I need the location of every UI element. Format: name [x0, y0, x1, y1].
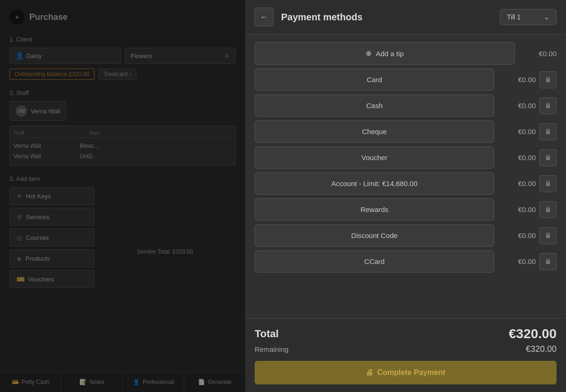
- back-button[interactable]: ←: [255, 8, 274, 26]
- card-button[interactable]: Card: [255, 68, 494, 91]
- calculator-icon: 🖩: [545, 232, 551, 239]
- cheque-row: Cheque €0.00 🖩: [255, 120, 557, 143]
- account-button[interactable]: Account - Limit: €14,680.00: [255, 172, 494, 195]
- add-tip-label: Add a tip: [376, 50, 403, 58]
- voucher-button[interactable]: Voucher: [255, 146, 494, 169]
- account-amount: €0.00: [498, 179, 536, 187]
- calculator-icon: 🖩: [545, 102, 551, 110]
- payment-methods-list: ⊕ Add a tip €0.00 Card €0.00 🖩 Cash €0.0…: [245, 34, 566, 318]
- discount-code-button[interactable]: Discount Code: [255, 224, 494, 247]
- cash-action-button[interactable]: 🖩: [540, 97, 557, 114]
- voucher-row: Voucher €0.00 🖩: [255, 146, 557, 169]
- chevron-down-icon: ⌄: [544, 13, 549, 21]
- till-value: Till 1: [507, 13, 521, 21]
- add-tip-row: ⊕ Add a tip €0.00: [255, 42, 557, 65]
- cheque-action-button[interactable]: 🖩: [540, 123, 557, 140]
- discount-code-amount: €0.00: [498, 231, 536, 239]
- total-label: Total: [255, 328, 279, 340]
- remaining-amount: €320.00: [526, 344, 557, 354]
- ccard-button[interactable]: CCard: [255, 250, 494, 273]
- calculator-icon: 🖩: [545, 206, 551, 213]
- rewards-row: Rewards €0.00 🖩: [255, 198, 557, 221]
- payment-title: Payment methods: [281, 12, 492, 23]
- payment-panel: ← Payment methods Till 1 ⌄ ⊕ Add a tip €…: [245, 0, 566, 392]
- discount-code-row: Discount Code €0.00 🖩: [255, 224, 557, 247]
- left-panel: ● Purchase 1. Client 👤 Daisy Flowers ✕ O…: [0, 0, 245, 392]
- rewards-amount: €0.00: [498, 205, 536, 213]
- ccard-row: CCard €0.00 🖩: [255, 250, 557, 273]
- till-selector[interactable]: Till 1 ⌄: [500, 9, 557, 25]
- calculator-icon: 🖩: [545, 76, 551, 84]
- voucher-action-button[interactable]: 🖩: [540, 149, 557, 166]
- rewards-button[interactable]: Rewards: [255, 198, 494, 221]
- add-tip-icon: ⊕: [366, 49, 372, 58]
- back-icon: ←: [260, 13, 268, 21]
- discount-code-action-button[interactable]: 🖩: [540, 227, 557, 244]
- card-action-button[interactable]: 🖩: [540, 71, 557, 88]
- card-amount: €0.00: [498, 76, 536, 84]
- account-row: Account - Limit: €14,680.00 €0.00 🖩: [255, 172, 557, 195]
- payment-header: ← Payment methods Till 1 ⌄: [245, 0, 566, 34]
- ccard-amount: €0.00: [498, 257, 536, 265]
- printer-icon: 🖨: [366, 368, 373, 377]
- cash-button[interactable]: Cash: [255, 94, 494, 117]
- complete-payment-button[interactable]: 🖨 Complete Payment: [255, 361, 557, 384]
- tip-amount: €0.00: [519, 50, 557, 58]
- payment-footer: Total €320.00 Remaining €320.00 🖨 Comple…: [245, 318, 566, 392]
- add-tip-button[interactable]: ⊕ Add a tip: [255, 42, 515, 65]
- calculator-icon: 🖩: [545, 154, 551, 162]
- calculator-icon: 🖩: [545, 180, 551, 187]
- complete-payment-label: Complete Payment: [377, 368, 445, 377]
- remaining-row: Remaining €320.00: [255, 344, 557, 354]
- account-action-button[interactable]: 🖩: [540, 175, 557, 192]
- calculator-icon: 🖩: [545, 128, 551, 136]
- cheque-amount: €0.00: [498, 128, 536, 136]
- ccard-action-button[interactable]: 🖩: [540, 253, 557, 270]
- voucher-amount: €0.00: [498, 153, 536, 162]
- cash-row: Cash €0.00 🖩: [255, 94, 557, 117]
- remaining-label: Remaining: [255, 345, 289, 353]
- cheque-button[interactable]: Cheque: [255, 120, 494, 143]
- left-overlay: [0, 0, 245, 392]
- cash-amount: €0.00: [498, 102, 536, 110]
- total-row: Total €320.00: [255, 326, 557, 341]
- total-amount: €320.00: [509, 326, 557, 341]
- card-row: Card €0.00 🖩: [255, 68, 557, 91]
- rewards-action-button[interactable]: 🖩: [540, 201, 557, 218]
- calculator-icon: 🖩: [545, 258, 551, 265]
